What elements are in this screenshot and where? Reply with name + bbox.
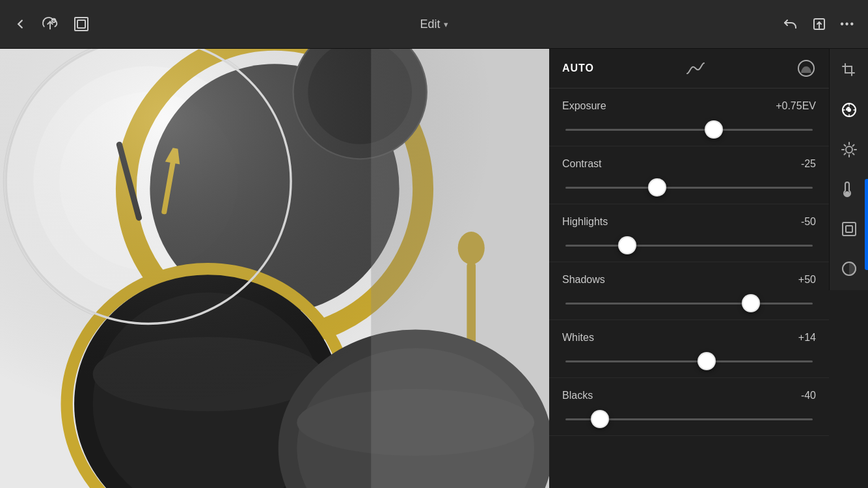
auto-button[interactable]: AUTO (562, 62, 594, 74)
side-icons-wrapper (829, 49, 868, 488)
toolbar: Edit ▾ ••• (0, 0, 868, 49)
contrast-thumb[interactable] (648, 178, 666, 197)
toolbar-right: ••• (575, 16, 855, 32)
whites-slider[interactable] (562, 351, 816, 371)
svg-point-43 (845, 192, 849, 196)
edit-dropdown-button[interactable]: Edit ▾ (420, 18, 448, 31)
photo-area (0, 49, 549, 488)
highlights-label: Highlights (562, 216, 608, 228)
blacks-label: Blacks (562, 390, 593, 401)
photo-canvas (0, 49, 549, 488)
crop-tool-icon[interactable] (837, 59, 861, 82)
highlights-value: -50 (801, 216, 816, 228)
active-indicator (865, 179, 868, 270)
highlights-thumb[interactable] (618, 236, 636, 254)
adjust-tool-icon[interactable] (837, 98, 861, 122)
histogram-icon[interactable] (796, 59, 816, 78)
more-button[interactable]: ••• (840, 18, 855, 30)
whites-value: +14 (798, 332, 816, 344)
exposure-thumb[interactable] (705, 120, 723, 139)
adjustments-panel: AUTO Exposure+0.75EVContrast-25Highlight… (549, 49, 829, 488)
svg-line-40 (852, 154, 854, 155)
vignette-tool-icon[interactable] (837, 217, 861, 241)
edit-arrow-icon: ▾ (444, 20, 448, 29)
svg-line-41 (852, 145, 854, 146)
share-button[interactable] (811, 16, 827, 32)
svg-point-33 (848, 109, 850, 111)
undo-button[interactable] (783, 16, 798, 32)
shadows-thumb[interactable] (742, 294, 760, 312)
svg-point-34 (846, 146, 852, 153)
svg-line-42 (844, 154, 845, 155)
slider-section-exposure: Exposure+0.75EV (549, 88, 829, 146)
shadows-value: +50 (798, 274, 816, 286)
upload-cloud-button[interactable] (40, 16, 60, 33)
blacks-thumb[interactable] (591, 410, 609, 428)
blacks-slider[interactable] (562, 409, 816, 429)
exposure-value: +0.75EV (776, 100, 816, 112)
blacks-value: -40 (801, 390, 816, 401)
svg-rect-5 (77, 20, 85, 28)
svg-rect-30 (0, 49, 549, 488)
contrast-value: -25 (801, 158, 816, 170)
shadows-label: Shadows (562, 274, 605, 286)
frame-button[interactable] (73, 16, 90, 33)
whites-label: Whites (562, 332, 594, 344)
shadows-slider[interactable] (562, 293, 816, 313)
main-area: AUTO Exposure+0.75EVContrast-25Highlight… (0, 49, 868, 488)
svg-rect-44 (843, 223, 856, 236)
whites-thumb[interactable] (698, 352, 716, 370)
slider-section-blacks: Blacks-40 (549, 378, 829, 436)
toolbar-center: Edit ▾ (293, 18, 574, 31)
slider-section-contrast: Contrast-25 (549, 146, 829, 204)
slider-section-shadows: Shadows+50 (549, 262, 829, 320)
panel-top-controls: AUTO (549, 49, 829, 88)
slider-section-highlights: Highlights-50 (549, 204, 829, 262)
temperature-tool-icon[interactable] (837, 178, 861, 201)
brightness-tool-icon[interactable] (837, 138, 861, 161)
sliders-container: Exposure+0.75EVContrast-25Highlights-50S… (549, 88, 829, 436)
right-panel: AUTO Exposure+0.75EVContrast-25Highlight… (549, 49, 868, 488)
highlights-slider[interactable] (562, 236, 816, 255)
contrast-label: Contrast (562, 158, 601, 170)
svg-line-39 (844, 145, 845, 146)
color-tool-icon[interactable] (837, 257, 861, 280)
toolbar-left (13, 16, 293, 33)
contrast-slider[interactable] (562, 178, 816, 197)
back-button[interactable] (13, 17, 27, 31)
edit-label: Edit (420, 18, 440, 31)
slider-section-whites: Whites+14 (549, 320, 829, 378)
side-icons-bar (829, 49, 868, 290)
exposure-label: Exposure (562, 100, 606, 112)
exposure-slider[interactable] (562, 120, 816, 139)
curve-icon[interactable] (686, 61, 705, 76)
svg-rect-45 (846, 226, 852, 232)
